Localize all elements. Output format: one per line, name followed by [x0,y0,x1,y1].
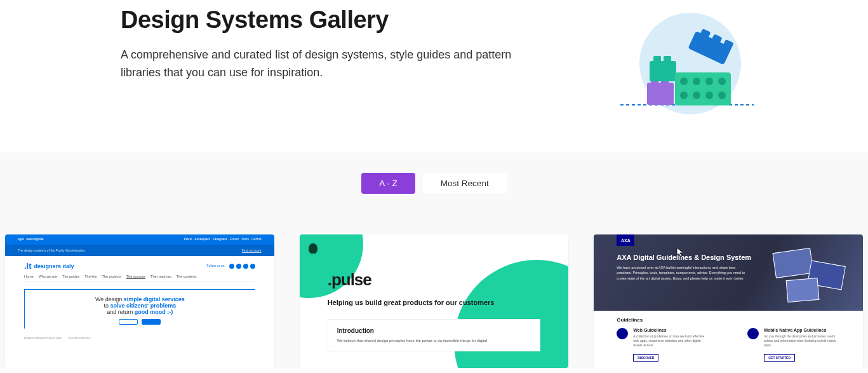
card-hero: AXA AXA Digital Guidelines & Design Syst… [594,234,863,311]
tab-most-recent[interactable]: Most Recent [423,173,507,194]
social-icons: Follow us on [207,264,255,269]
card-logo-text: designers italy [34,263,74,269]
svg-rect-8 [675,72,731,105]
hero-section: Design Systems Gallery A comprehensive a… [0,0,868,153]
col-btn: GET STARTED [764,354,795,362]
svg-point-9 [680,78,688,85]
hero-text-bold: solve citizens' problems [110,302,176,309]
page-description: A comprehensive and curated list of desi… [121,46,552,82]
nav-item: The sources [126,275,145,278]
nav-item: The contents [177,275,197,278]
nav-item: The projects [102,275,121,278]
col-desc: A collection of guidelines on how we bui… [633,334,709,348]
hero-btn [142,319,161,325]
col-desc: Go you through the directories and provi… [764,334,840,348]
nav-item: The kits [84,275,97,278]
social-icon [250,264,255,269]
pulse-logo: .pulse [328,270,541,290]
hero-text: and return [107,309,135,315]
svg-rect-5 [650,61,676,81]
hero-text-bold: good mood :-) [135,309,173,315]
nav-item: Who we are [39,275,57,278]
col-btn: DISCOVER [633,354,658,362]
page-title: Design Systems Gallery [121,6,552,34]
card-footer: Designers italy lorem ipsum dolorsit ame… [5,334,274,342]
nav-item: Home [24,275,34,278]
card-body: .it designers italy Follow us on Home Wh… [5,256,274,334]
svg-point-11 [705,78,713,85]
svg-point-15 [705,92,713,99]
guideline-col: Web Guidelines A collection of guideline… [617,328,709,362]
intro-panel: Introduction We believe that shared desi… [328,319,541,351]
tab-az[interactable]: A - Z [361,173,415,194]
svg-rect-6 [653,56,661,62]
nav-item: The roadmap [150,275,171,278]
card-hero: We design simple digital services to sol… [24,289,255,329]
card-logo-mark: .it [24,261,32,271]
hero-text-bold: simple digital services [124,296,185,302]
mobile-icon [747,328,759,339]
svg-point-16 [718,92,726,99]
card-nav: Home Who we are The guides The kits The … [24,275,255,281]
blocks-illustration [620,6,754,121]
cards-grid: agid teamdigitalePiano developers Design… [5,234,863,368]
card-axa[interactable]: AXA AXA Digital Guidelines & Design Syst… [594,234,863,368]
card-pulse[interactable]: .pulse Helping us build great products f… [300,234,569,368]
hero-text: Design Systems Gallery A comprehensive a… [121,6,552,82]
hero-text: to [103,302,110,309]
svg-point-10 [693,78,700,85]
card-lower: Guidelines Web Guidelines A collection o… [594,311,863,368]
svg-point-14 [693,92,700,99]
section-text: We believe that shared design principles… [337,338,531,343]
hero-images [761,247,857,304]
subtitle: Guidelines [617,317,840,323]
pulse-tagline: Helping us build great products for our … [328,299,541,306]
axa-desc: We have produced over at AXA build meani… [617,265,750,281]
section-title: Introduction [337,327,531,334]
card-subbar: The design systems of the Public Adminis… [5,245,274,256]
hero-text: We design [95,296,124,302]
sort-tabs: A - Z Most Recent [5,173,863,194]
social-icon [236,264,241,269]
gallery-section: A - Z Most Recent agid teamdigitalePiano… [0,153,868,368]
svg-point-13 [680,92,688,99]
cursor-icon [676,247,685,257]
social-icon [229,264,234,269]
web-icon [617,328,628,339]
svg-rect-2 [647,83,674,105]
social-icon [243,264,248,269]
col-title: Web Guidelines [633,328,709,332]
svg-rect-7 [664,56,671,62]
card-body: .pulse Helping us build great products f… [300,234,569,351]
card-designers-italy[interactable]: agid teamdigitalePiano developers Design… [5,234,274,368]
hero-btn [119,319,138,325]
col-title: Mobile Native App Guidelines [764,328,840,332]
guideline-col: Mobile Native App Guidelines Go you thro… [747,328,840,362]
card-topbar: agid teamdigitalePiano developers Design… [5,234,274,245]
nav-item: The guides [62,275,79,278]
axa-badge: AXA [617,234,634,246]
svg-point-12 [718,78,726,85]
